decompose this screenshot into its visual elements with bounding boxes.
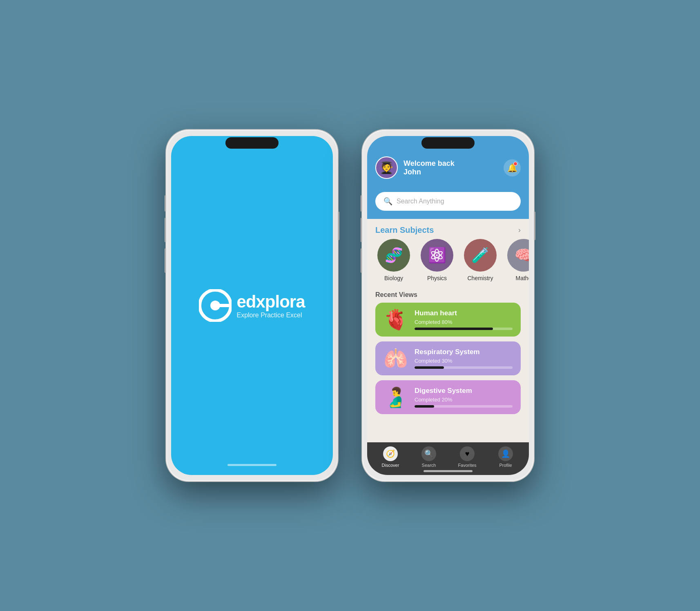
subjects-arrow[interactable]: › bbox=[518, 226, 521, 234]
header-text: Welcome back John bbox=[404, 159, 455, 176]
username-text: John bbox=[404, 168, 455, 176]
digestive-card-title: Digestive System bbox=[415, 387, 513, 395]
bell-icon: 🔔 bbox=[507, 163, 517, 173]
avatar[interactable]: 🧑‍🎓 bbox=[375, 156, 398, 179]
digestive-card-info: Digestive System Completed 20% bbox=[415, 387, 513, 408]
lungs-progress-bar-bg bbox=[415, 366, 513, 369]
volume-down-button bbox=[165, 248, 166, 273]
mute-button bbox=[165, 195, 166, 212]
search-bar[interactable]: 🔍 Search Anything bbox=[375, 192, 521, 211]
nav-favorites[interactable]: ♥ Favorites bbox=[448, 446, 486, 468]
app-logo-icon bbox=[199, 289, 232, 322]
biology-label: Biology bbox=[384, 275, 403, 281]
subject-chemistry[interactable]: 🧪 Chemistry bbox=[462, 239, 499, 281]
digestive-emoji: 🫃 bbox=[383, 388, 408, 407]
splash-phone: edxplora Explore Practice Excel bbox=[166, 130, 338, 481]
volume-down-button-2 bbox=[361, 248, 362, 273]
splash-screen: edxplora Explore Practice Excel bbox=[171, 136, 333, 475]
discover-label: Discover bbox=[382, 463, 399, 468]
app-tagline: Explore Practice Excel bbox=[236, 312, 305, 319]
power-button bbox=[338, 212, 339, 240]
home-content: Learn Subjects › 🧬 Biology ⚛️ Physics 🧪 … bbox=[367, 219, 529, 442]
math-label: Mathe bbox=[516, 275, 529, 281]
lungs-card-title: Respiratory System bbox=[415, 348, 513, 356]
physics-label: Physics bbox=[427, 275, 447, 281]
lungs-emoji: 🫁 bbox=[383, 349, 408, 368]
lungs-card-info: Respiratory System Completed 30% bbox=[415, 348, 513, 369]
header-left: 🧑‍🎓 Welcome back John bbox=[375, 156, 455, 179]
search-nav-icon: 🔍 bbox=[421, 446, 436, 461]
search-label: Search bbox=[422, 463, 436, 468]
search-placeholder: Search Anything bbox=[397, 198, 444, 205]
heart-progress-bar-bg bbox=[415, 328, 513, 330]
math-circle: 🧠 bbox=[507, 239, 529, 272]
card-digestive[interactable]: 🫃 Digestive System Completed 20% bbox=[375, 380, 521, 414]
profile-icon: 👤 bbox=[498, 446, 513, 461]
profile-label: Profile bbox=[499, 463, 512, 468]
lungs-progress-bar-fill bbox=[415, 366, 444, 369]
home-content-root: 🧑‍🎓 Welcome back John 🔔 🔍 Search Anythin… bbox=[367, 136, 529, 475]
volume-up-button bbox=[165, 218, 166, 242]
card-respiratory[interactable]: 🫁 Respiratory System Completed 30% bbox=[375, 341, 521, 375]
logo-container: edxplora Explore Practice Excel bbox=[199, 289, 305, 322]
digestive-progress-bar-fill bbox=[415, 405, 434, 408]
chemistry-label: Chemistry bbox=[467, 275, 493, 281]
mute-button-2 bbox=[361, 195, 362, 212]
subject-biology[interactable]: 🧬 Biology bbox=[375, 239, 412, 281]
favorites-icon: ♥ bbox=[460, 446, 475, 461]
heart-card-info: Human heart Completed 80% bbox=[415, 309, 513, 330]
nav-profile[interactable]: 👤 Profile bbox=[486, 446, 525, 468]
subject-physics[interactable]: ⚛️ Physics bbox=[419, 239, 455, 281]
home-screen: 🧑‍🎓 Welcome back John 🔔 🔍 Search Anythin… bbox=[367, 136, 529, 475]
volume-up-button-2 bbox=[361, 218, 362, 242]
app-name: edxplora bbox=[236, 292, 305, 312]
splash-content: edxplora Explore Practice Excel bbox=[171, 136, 333, 475]
lungs-progress-text: Completed 30% bbox=[415, 358, 513, 364]
card-human-heart[interactable]: 🫀 Human heart Completed 80% bbox=[375, 303, 521, 337]
logo-text-group: edxplora Explore Practice Excel bbox=[236, 292, 305, 319]
nav-search[interactable]: 🔍 Search bbox=[410, 446, 448, 468]
heart-progress-bar-fill bbox=[415, 328, 493, 330]
digestive-progress-text: Completed 20% bbox=[415, 397, 513, 403]
subjects-title: Learn Subjects bbox=[375, 225, 434, 235]
power-button-2 bbox=[534, 212, 535, 240]
favorites-label: Favorites bbox=[458, 463, 476, 468]
biology-circle: 🧬 bbox=[377, 239, 410, 272]
search-icon: 🔍 bbox=[383, 197, 392, 206]
home-indicator bbox=[227, 464, 276, 466]
recent-cards: 🫀 Human heart Completed 80% 🫁 bbox=[367, 303, 529, 414]
subjects-section-header: Learn Subjects › bbox=[367, 219, 529, 239]
subject-math[interactable]: 🧠 Mathe bbox=[505, 239, 529, 281]
search-bar-container: 🔍 Search Anything bbox=[367, 187, 529, 219]
heart-emoji: 🫀 bbox=[383, 310, 408, 330]
nav-discover[interactable]: 🧭 Discover bbox=[371, 446, 410, 468]
home-header: 🧑‍🎓 Welcome back John 🔔 bbox=[367, 136, 529, 187]
notification-button[interactable]: 🔔 bbox=[504, 159, 521, 176]
subjects-row: 🧬 Biology ⚛️ Physics 🧪 Chemistry 🧠 Mathe bbox=[367, 239, 529, 288]
recent-title: Recent Views bbox=[375, 291, 417, 298]
chemistry-circle: 🧪 bbox=[464, 239, 497, 272]
heart-card-title: Human heart bbox=[415, 309, 513, 317]
discover-icon: 🧭 bbox=[383, 446, 398, 461]
recent-header: Recent Views bbox=[367, 288, 529, 303]
home-indicator-2 bbox=[424, 470, 473, 472]
heart-progress-text: Completed 80% bbox=[415, 319, 513, 325]
welcome-text: Welcome back bbox=[404, 159, 455, 168]
home-phone: 🧑‍🎓 Welcome back John 🔔 🔍 Search Anythin… bbox=[362, 130, 534, 481]
digestive-progress-bar-bg bbox=[415, 405, 513, 408]
physics-circle: ⚛️ bbox=[421, 239, 453, 272]
